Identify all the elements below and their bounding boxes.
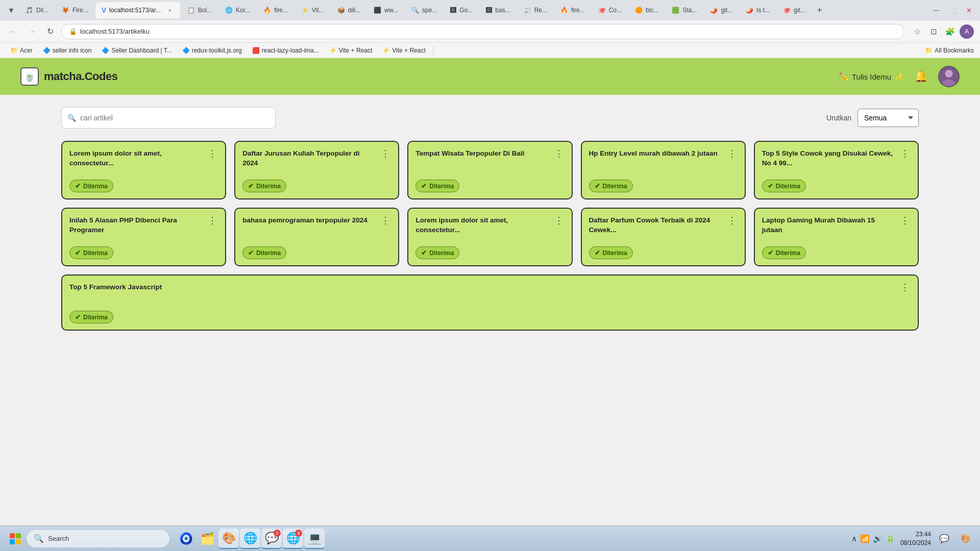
article-card-4[interactable]: Top 5 Style Cowok yang Disukai Cewek, No… (754, 141, 919, 199)
extension-icon[interactable]: 🧩 (943, 25, 957, 38)
article-card-2[interactable]: Tempat Wisata Terpopuler Di Bali ⋮ ✔ Dit… (407, 141, 572, 199)
tab-overflow-btn[interactable]: ▼ (4, 3, 18, 17)
bookmark-vite2[interactable]: ⚡ Vite + React (378, 46, 429, 55)
card-title-wide: Top 5 Framework Javascript (69, 283, 899, 292)
tab-15[interactable]: 🐙 Co... (592, 2, 628, 18)
card-menu-btn-8[interactable]: ⋮ (726, 216, 738, 225)
search-input[interactable] (61, 107, 276, 129)
bookmark-seller-dash-icon: 🔷 (102, 47, 109, 54)
card-menu-btn-9[interactable]: ⋮ (899, 216, 911, 225)
tab-18[interactable]: 🌶️ git... (704, 2, 739, 18)
article-card-7[interactable]: Lorem ipsum dolor sit amet, consectetur.… (407, 208, 572, 266)
user-avatar[interactable] (938, 66, 960, 87)
article-card-6[interactable]: bahasa pemrograman terpopuler 2024 ⋮ ✔ D… (234, 208, 399, 266)
tab-10[interactable]: 🔍 spe... (405, 2, 443, 18)
card-menu-btn-4[interactable]: ⋮ (899, 149, 911, 158)
close-btn[interactable]: ✕ (962, 3, 976, 17)
tab-17-favicon: 🟩 (672, 7, 679, 14)
tab-11[interactable]: 🅶 Go... (444, 2, 479, 18)
tab-15-favicon: 🐙 (598, 7, 606, 14)
address-bar[interactable]: 🔒 localhost:5173/artikelku (61, 24, 904, 39)
card-menu-btn-2[interactable]: ⋮ (553, 149, 565, 158)
bookmark-seller-dash[interactable]: 🔷 Seller Dashboard | T... (97, 46, 176, 55)
bookmark-redux[interactable]: 🔷 redux-toolkit.js.org (178, 46, 246, 55)
bookmark-vite1[interactable]: ⚡ Vite + React (325, 46, 376, 55)
card-menu-btn-3[interactable]: ⋮ (726, 149, 738, 158)
status-label-8: Diterima (603, 249, 627, 257)
tab-13[interactable]: 📰 Re... (518, 2, 553, 18)
restore-btn[interactable]: ⬜ (945, 3, 960, 17)
tab-active[interactable]: V localhost:5173/ar... × (95, 2, 180, 18)
tab-13-label: Re... (534, 7, 547, 14)
status-label-1: Diterima (256, 183, 281, 190)
tab-20[interactable]: 🐙 git... (777, 2, 812, 18)
notification-btn[interactable]: 🔔 (914, 70, 928, 83)
tab-17-label: Sta... (682, 7, 697, 14)
tab-19-label: Is t... (756, 7, 770, 14)
forward-btn[interactable]: → (24, 24, 39, 39)
address-text: localhost:5173/artikelku (80, 28, 150, 35)
tab-6-favicon: 🔥 (263, 7, 271, 14)
tab-4[interactable]: 📋 Bol... (181, 2, 218, 18)
back-btn[interactable]: ← (6, 24, 20, 39)
tab-7[interactable]: ⚡ Vit... (295, 2, 330, 18)
tab-14[interactable]: 🔥 fire... (554, 2, 591, 18)
status-badge-7: ✔ Diterima (415, 246, 459, 259)
bookmark-seller-icon[interactable]: 🔷 seller info icon (39, 46, 96, 55)
check-icon-3: ✔ (595, 182, 600, 190)
article-card-5[interactable]: Inilah 5 Alasan PHP Dibenci Para Program… (61, 208, 226, 266)
card-title-6: bahasa pemrograman terpopuler 2024 (242, 216, 380, 226)
article-card-wide[interactable]: Top 5 Framework Javascript ⋮ ✔ Diterima (61, 274, 919, 331)
new-tab-btn[interactable]: + (813, 3, 827, 17)
write-btn[interactable]: ✏️ Tulis Idemu ✨ (839, 72, 904, 82)
article-card-1[interactable]: Daftar Jurusan Kuliah Terpopuler di 2024… (234, 141, 399, 199)
card-menu-btn-1[interactable]: ⋮ (380, 149, 391, 158)
article-card-0[interactable]: Lorem ipsum dolor sit amet, consectetur.… (61, 141, 226, 199)
card-footer-8: ✔ Diterima (589, 246, 738, 259)
bookmark-lazy-load[interactable]: 🟥 react-lazy-load-ima... (248, 46, 323, 55)
tab-1[interactable]: 🎵 Dil... (19, 2, 55, 18)
article-card-3[interactable]: Hp Entry Level murah dibawah 2 jutaan ⋮ … (581, 141, 746, 199)
tab-1-label: Dil... (36, 7, 48, 14)
card-title-7: Lorem ipsum dolor sit amet, consectetur.… (415, 216, 553, 235)
tab-9[interactable]: ⬛ ww... (368, 2, 404, 18)
card-header-8: Daftar Parfum Cowok Terbaik di 2024 Cewe… (589, 216, 738, 235)
all-bookmarks[interactable]: 📁 All Bookmarks (925, 47, 974, 54)
tab-11-label: Go... (459, 7, 473, 14)
tab-18-favicon: 🌶️ (710, 7, 718, 14)
tab-6[interactable]: 🔥 fire... (257, 2, 294, 18)
tab-10-favicon: 🔍 (411, 7, 419, 14)
check-icon-4: ✔ (768, 182, 773, 190)
tab-16-favicon: 🟠 (635, 7, 643, 14)
profile-icon[interactable]: A (960, 24, 974, 39)
card-title-1: Daftar Jurusan Kuliah Terpopuler di 2024 (242, 149, 380, 168)
minimize-btn[interactable]: — (929, 3, 943, 17)
bookmark-acer[interactable]: 📁 Acer (6, 46, 37, 55)
tab-5[interactable]: 🌐 Kor... (219, 2, 256, 18)
sort-select[interactable]: Semua Terbaru Terlama Populer (857, 109, 919, 127)
article-card-8[interactable]: Daftar Parfum Cowok Terbaik di 2024 Cewe… (581, 208, 746, 266)
card-footer-wide: ✔ Diterima (69, 311, 911, 323)
article-card-9[interactable]: Laptop Gaming Murah Dibawah 15 jutaan ⋮ … (754, 208, 919, 266)
tab-19[interactable]: 🌶️ Is t... (740, 2, 776, 18)
card-title-8: Daftar Parfum Cowok Terbaik di 2024 Cewe… (589, 216, 726, 235)
card-footer-0: ✔ Diterima (69, 180, 218, 192)
card-footer-3: ✔ Diterima (589, 180, 738, 192)
card-menu-btn-0[interactable]: ⋮ (207, 149, 218, 158)
card-menu-btn-6[interactable]: ⋮ (380, 216, 391, 225)
card-menu-btn-wide[interactable]: ⋮ (899, 283, 911, 292)
bookmark-star-icon[interactable]: ☆ (911, 25, 924, 38)
tab-13-favicon: 📰 (524, 7, 531, 14)
tab-close-btn[interactable]: × (166, 6, 174, 14)
card-menu-btn-5[interactable]: ⋮ (207, 216, 218, 225)
tab-9-favicon: ⬛ (374, 7, 381, 14)
tab-search-icon[interactable]: ⊡ (927, 25, 940, 38)
card-menu-btn-7[interactable]: ⋮ (553, 216, 565, 225)
tab-17[interactable]: 🟩 Sta... (666, 2, 703, 18)
tab-16[interactable]: 🟠 blc... (629, 2, 665, 18)
tab-12[interactable]: 🅶 bas... (480, 2, 516, 18)
tab-8[interactable]: 📦 dili... (331, 2, 367, 18)
tab-2[interactable]: 🦊 Fire... (56, 2, 94, 18)
status-label-0: Diterima (83, 183, 108, 190)
reload-btn[interactable]: ↻ (43, 24, 57, 39)
